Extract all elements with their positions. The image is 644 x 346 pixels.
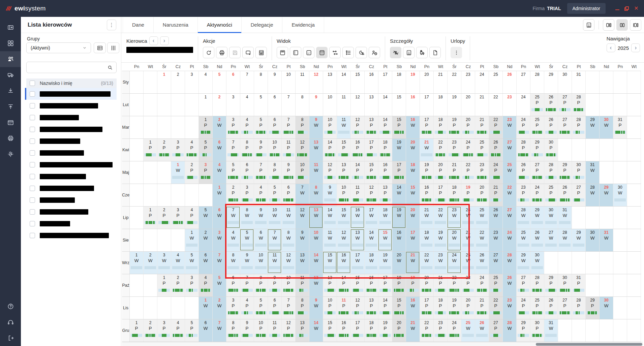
day-cell[interactable]: 23P [434, 319, 448, 342]
day-cell[interactable]: 13 [323, 71, 337, 93]
day-cell[interactable]: 10 [323, 94, 337, 116]
day-cell[interactable]: 26 [503, 71, 517, 93]
day-cell[interactable]: 14 [337, 71, 351, 93]
driver-row[interactable] [26, 123, 117, 135]
day-cell[interactable]: 21P [448, 161, 461, 184]
groups-select[interactable]: (Aktywni) [26, 42, 91, 53]
day-cell[interactable]: 20W [406, 139, 420, 161]
columns-button[interactable] [107, 42, 119, 53]
day-cell[interactable]: 14 [378, 94, 392, 116]
day-cell[interactable]: 19P [448, 116, 461, 138]
window-maximize-button[interactable] [624, 6, 629, 11]
day-cell[interactable]: 26W [475, 252, 489, 274]
day-cell[interactable]: 20W [392, 252, 406, 274]
day-cell[interactable]: 16W [351, 207, 365, 229]
day-cell[interactable]: 15P [392, 297, 406, 319]
next-driver-button[interactable] [160, 36, 169, 45]
day-cell[interactable]: 17P [420, 297, 434, 319]
day-cell[interactable]: 15P [392, 116, 406, 138]
day-cell[interactable]: 23P [448, 139, 461, 161]
day-cell[interactable]: 30 [558, 71, 572, 93]
day-cell[interactable]: 19P [448, 297, 461, 319]
day-cell[interactable]: 25P [530, 94, 544, 116]
driver-row[interactable] [26, 206, 117, 218]
day-cell[interactable]: 26P [544, 94, 558, 116]
day-cell[interactable]: 8P [296, 116, 309, 138]
driver-row[interactable] [26, 100, 117, 112]
day-cell[interactable]: 10W [254, 252, 268, 274]
day-cell[interactable]: 19 [448, 94, 461, 116]
day-cell[interactable]: 10P [323, 116, 337, 138]
rail-item-upload[interactable] [0, 99, 21, 115]
day-cell[interactable]: 5P [268, 184, 282, 206]
day-cell[interactable]: 7P [254, 161, 268, 184]
panes-dual-button[interactable] [616, 19, 628, 31]
day-cell[interactable]: 12P [296, 139, 309, 161]
day-cell[interactable]: 24W [503, 229, 517, 251]
day-cell[interactable]: 22W [420, 252, 434, 274]
day-cell[interactable]: 28P [572, 116, 586, 138]
day-cell[interactable]: 3 [185, 71, 199, 93]
day-cell[interactable]: 3P [157, 319, 171, 342]
day-cell[interactable]: 24W [461, 207, 475, 229]
day-cell[interactable]: 27P [558, 94, 572, 116]
day-cell[interactable]: 25P [530, 116, 544, 138]
day-cell[interactable]: 9 [309, 94, 323, 116]
refresh-button[interactable] [203, 47, 214, 58]
day-cell[interactable]: 4P [199, 274, 213, 296]
day-cell[interactable]: 23W [489, 229, 503, 251]
day-cell[interactable]: 20W [448, 229, 461, 251]
rail-item-calendar[interactable] [0, 115, 21, 130]
day-cell[interactable]: 1P [157, 274, 171, 296]
day-cell[interactable]: 12P [323, 161, 337, 184]
day-cell[interactable]: 21W [420, 139, 434, 161]
day-cell[interactable]: 22W [434, 207, 448, 229]
day-cell[interactable]: 2P [185, 161, 199, 184]
horizontal-scrollbar[interactable] [122, 342, 643, 346]
driver-checkbox[interactable] [30, 174, 35, 179]
file-button[interactable] [429, 47, 441, 58]
day-cell[interactable]: 27P [572, 184, 586, 206]
day-cell[interactable]: 29P [517, 319, 530, 342]
tab-dane[interactable]: Dane [123, 17, 154, 33]
day-cell[interactable]: 29P [530, 139, 544, 161]
view-day-button[interactable] [277, 47, 288, 58]
day-cell[interactable]: 20P [461, 297, 475, 319]
day-cell[interactable]: 20 [461, 94, 475, 116]
day-cell[interactable]: 22W [503, 184, 517, 206]
day-cell[interactable]: 10P [323, 297, 337, 319]
driver-checkbox[interactable] [30, 221, 35, 226]
day-cell[interactable]: 2W [213, 116, 226, 138]
day-cell[interactable]: 1W [130, 252, 144, 274]
day-cell[interactable]: 18P [365, 319, 378, 342]
day-cell[interactable]: 25 [489, 71, 503, 93]
day-cell[interactable]: 17P [434, 184, 448, 206]
day-cell[interactable]: 22 [448, 71, 461, 93]
day-cell[interactable]: 27P [558, 116, 572, 138]
day-cell[interactable]: 24P [461, 139, 475, 161]
day-cell[interactable]: 13W [351, 229, 365, 251]
day-cell[interactable]: 27P [489, 319, 503, 342]
day-cell[interactable]: 5P [226, 161, 240, 184]
day-cell[interactable]: 4P [240, 297, 254, 319]
day-cell[interactable]: 30W [613, 184, 627, 206]
day-cell[interactable]: 15W [406, 184, 420, 206]
day-cell[interactable]: 4W [171, 252, 185, 274]
day-cell[interactable]: 7W [296, 184, 309, 206]
day-cell[interactable]: 9W [309, 116, 323, 138]
day-cell[interactable]: 29 [544, 71, 558, 93]
day-cell[interactable]: 14P [378, 116, 392, 138]
day-cell[interactable]: 19W [392, 139, 406, 161]
day-cell[interactable]: 1W [171, 161, 185, 184]
day-cell[interactable]: 20 [420, 71, 434, 93]
day-cell[interactable]: 11W [337, 116, 351, 138]
day-cell[interactable]: 31 [572, 71, 586, 93]
driver-row[interactable] [26, 88, 117, 100]
day-cell[interactable]: 14P [378, 297, 392, 319]
day-cell[interactable]: 8W [240, 207, 254, 229]
day-cell[interactable]: 14P [337, 274, 351, 296]
day-cell[interactable]: 22P [448, 274, 461, 296]
day-cell[interactable]: 18P [434, 297, 448, 319]
note-button[interactable] [242, 47, 254, 58]
day-cell[interactable]: 19W [434, 229, 448, 251]
